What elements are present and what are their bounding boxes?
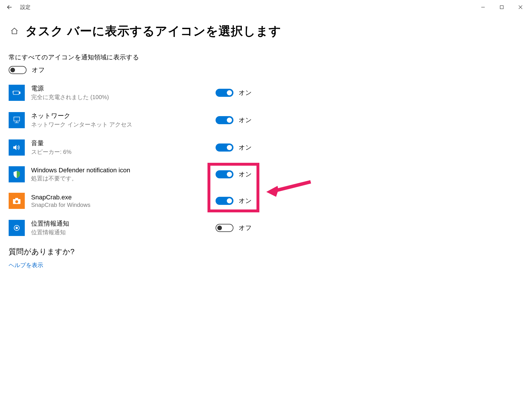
svg-marker-13	[13, 145, 16, 150]
close-button[interactable]	[511, 0, 530, 14]
item-title: Windows Defender notification icon	[31, 167, 216, 174]
list-item: 電源完全に充電されました (100%)オン	[9, 84, 523, 101]
item-toggle-col: オン	[216, 197, 252, 205]
list-item: ネットワークネットワーク インターネット アクセスオン	[9, 112, 523, 129]
network-icon	[9, 112, 25, 128]
svg-point-17	[15, 200, 18, 203]
svg-rect-16	[15, 198, 18, 199]
list-item: Windows Defender notification icon処置は不要で…	[9, 166, 523, 182]
item-toggle[interactable]	[216, 89, 233, 97]
master-toggle-label: 常にすべてのアイコンを通知領域に表示する	[9, 53, 523, 62]
minimize-icon	[481, 5, 485, 9]
item-toggle-col: オン	[216, 143, 252, 152]
item-toggle-state: オン	[239, 170, 252, 179]
item-text: ネットワークネットワーク インターネット アクセス	[31, 112, 216, 129]
item-title: ネットワーク	[31, 112, 216, 120]
item-toggle-state: オン	[239, 143, 252, 152]
master-toggle-row: オフ	[9, 66, 523, 74]
snapcrab-icon	[9, 193, 25, 209]
item-toggle-state: オフ	[239, 224, 252, 232]
item-toggle-state: オン	[239, 116, 252, 124]
window-controls	[473, 0, 530, 14]
item-toggle-col: オフ	[216, 224, 252, 232]
battery-icon	[9, 85, 25, 101]
item-subtitle: SnapCrab for Windows	[31, 202, 216, 208]
minimize-button[interactable]	[473, 0, 492, 14]
home-icon	[10, 27, 18, 35]
master-toggle[interactable]	[9, 66, 27, 74]
questions-heading: 質問がありますか?	[9, 247, 523, 257]
item-subtitle: 完全に充電されました (100%)	[31, 93, 216, 101]
item-text: Windows Defender notification icon処置は不要で…	[31, 167, 216, 182]
item-title: 音量	[31, 139, 216, 148]
item-toggle-col: オン	[216, 88, 252, 97]
list-item: 位置情報通知位置情報通知オフ	[9, 219, 523, 236]
item-toggle-state: オン	[239, 197, 252, 205]
page-title: タスク バーに表示するアイコンを選択します	[25, 23, 281, 39]
help-link[interactable]: ヘルプを表示	[9, 261, 523, 269]
svg-rect-2	[500, 6, 503, 9]
maximize-button[interactable]	[492, 0, 511, 14]
item-text: 電源完全に充電されました (100%)	[31, 84, 216, 101]
item-subtitle: 位置情報通知	[31, 228, 216, 236]
master-toggle-state: オフ	[32, 66, 45, 74]
location-icon	[9, 220, 25, 236]
item-text: 音量スピーカー: 6%	[31, 139, 216, 156]
svg-rect-6	[19, 92, 20, 94]
item-toggle[interactable]	[216, 224, 233, 232]
svg-point-19	[16, 227, 18, 229]
svg-rect-5	[13, 91, 19, 95]
icon-list: 電源完全に充電されました (100%)オンネットワークネットワーク インターネッ…	[9, 84, 523, 236]
item-toggle-col: オン	[216, 116, 252, 124]
back-button[interactable]	[2, 0, 17, 14]
item-title: SnapCrab.exe	[31, 194, 216, 201]
app-title: 設定	[20, 4, 31, 11]
close-icon	[518, 5, 522, 9]
item-title: 電源	[31, 84, 216, 93]
item-text: SnapCrab.exeSnapCrab for Windows	[31, 194, 216, 208]
arrow-left-icon	[6, 4, 13, 10]
svg-rect-10	[14, 117, 20, 121]
title-bar: 設定	[0, 0, 532, 14]
item-title: 位置情報通知	[31, 219, 216, 228]
item-toggle-state: オン	[239, 88, 252, 97]
item-subtitle: 処置は不要です。	[31, 175, 216, 182]
item-toggle[interactable]	[216, 143, 233, 152]
home-button[interactable]	[9, 25, 20, 37]
item-toggle[interactable]	[216, 197, 233, 205]
item-text: 位置情報通知位置情報通知	[31, 219, 216, 236]
page-content: タスク バーに表示するアイコンを選択します 常にすべてのアイコンを通知領域に表示…	[0, 14, 532, 269]
page-header: タスク バーに表示するアイコンを選択します	[9, 23, 523, 39]
defender-icon	[9, 166, 25, 182]
list-item: 音量スピーカー: 6%オン	[9, 139, 523, 156]
maximize-icon	[500, 5, 504, 9]
item-subtitle: スピーカー: 6%	[31, 148, 216, 156]
item-toggle[interactable]	[216, 116, 233, 124]
item-subtitle: ネットワーク インターネット アクセス	[31, 121, 216, 129]
item-toggle-col: オン	[216, 170, 252, 179]
list-item: SnapCrab.exeSnapCrab for Windowsオン	[9, 193, 523, 209]
item-toggle[interactable]	[216, 170, 233, 178]
volume-icon	[9, 139, 25, 156]
